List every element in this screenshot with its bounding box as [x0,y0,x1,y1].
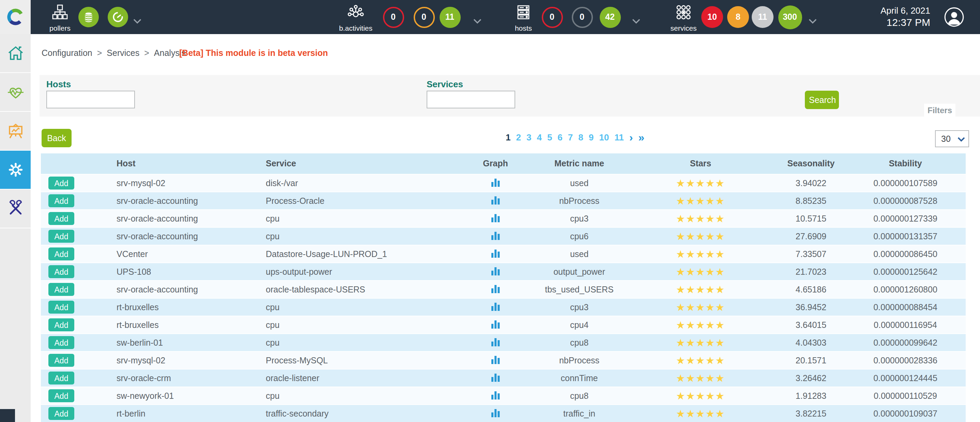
ba-label: b.activities [332,24,380,32]
pagination-page-6[interactable]: 6 [557,132,562,142]
services-label: services [663,24,704,32]
pagination-next-icon[interactable]: › [629,133,633,142]
services-grid-icon[interactable] [675,4,692,21]
pollers-icon[interactable] [52,4,68,21]
centreon-logo[interactable] [0,0,31,34]
table-row: Addrt-bruxellescpucpu4★★★★★3.640150.0000… [41,316,966,333]
add-button[interactable]: Add [48,336,74,349]
user-profile-icon[interactable] [944,7,964,30]
status-badge-services-fill-gray[interactable]: 11 [752,6,773,28]
graph-icon[interactable] [491,231,500,242]
star-icon: ★ [715,407,725,419]
star-icon: ★ [705,195,715,206]
star-icon: ★ [686,336,696,348]
stability-cell: 0.000000110529 [845,391,966,401]
pagination-last-icon[interactable]: » [638,133,644,142]
pagination-page-3[interactable]: 3 [527,132,531,142]
add-button[interactable]: Add [48,265,74,278]
status-badge-services-fill-red[interactable]: 10 [701,6,723,28]
add-button[interactable]: Add [48,407,74,420]
graph-icon[interactable] [491,195,500,206]
poller-chevron-down-icon[interactable] [133,14,142,27]
star-icon: ★ [696,354,706,366]
add-button[interactable]: Add [48,301,74,314]
status-badge-b.activities-fill-green[interactable]: 11 [439,6,460,28]
hosts-server-icon[interactable] [515,4,531,21]
graph-icon[interactable] [491,248,500,260]
pagination-page-1[interactable]: 1 [506,132,511,142]
status-badge-services-fill-green[interactable]: 300 [778,5,802,29]
breadcrumb-configuration[interactable]: Configuration [41,48,92,58]
star-icon: ★ [705,230,715,242]
sidebar-item-home[interactable] [0,34,31,73]
status-badge-hosts-fill-green[interactable]: 42 [600,6,620,28]
pagination-page-9[interactable]: 9 [589,132,593,142]
sidebar-item-administration[interactable] [0,190,31,228]
metric-cell: used [534,249,624,259]
status-badge-b.activities-outline-red[interactable]: 0 [383,6,404,28]
hosts-filter-input[interactable] [46,91,135,108]
seasonality-cell: 10.5715 [777,214,845,223]
star-icon: ★ [705,248,715,260]
star-icon: ★ [686,266,696,277]
star-icon: ★ [676,319,686,330]
pagination-page-5[interactable]: 5 [547,132,552,142]
graph-icon[interactable] [491,178,500,188]
pagination-page-4[interactable]: 4 [537,132,541,142]
graph-icon[interactable] [491,284,500,295]
star-icon: ★ [715,266,725,277]
sidebar-item-reporting[interactable] [0,112,31,151]
metric-cell: used [534,178,624,188]
database-icon[interactable] [78,7,99,27]
pagination-page-11[interactable]: 11 [614,132,624,142]
hosts-chevron-down-icon[interactable] [632,14,641,27]
add-button[interactable]: Add [48,283,74,296]
star-icon: ★ [696,319,706,330]
breadcrumb-services[interactable]: Services [107,48,139,58]
status-badge-b.activities-outline-orange[interactable]: 0 [413,6,434,28]
pagination-page-10[interactable]: 10 [599,132,609,142]
ba-hub-icon[interactable] [347,4,364,22]
star-rating: ★★★★★ [624,336,777,349]
status-badge-services-fill-orange[interactable]: 8 [727,6,749,28]
services-filter-input[interactable] [426,91,515,108]
status-badge-hosts-outline-red[interactable]: 0 [541,6,563,28]
star-icon: ★ [686,195,696,206]
graph-icon[interactable] [491,373,500,384]
pagination-page-8[interactable]: 8 [578,132,583,142]
search-button[interactable]: Search [805,91,839,109]
star-icon: ★ [715,336,725,348]
add-button[interactable]: Add [48,212,74,225]
status-badge-hosts-outline-gray[interactable]: 0 [571,6,593,28]
add-button[interactable]: Add [48,371,74,384]
graph-icon[interactable] [491,355,500,366]
add-button[interactable]: Add [48,389,74,402]
metric-cell: cpu6 [534,231,624,241]
sidebar-footer-block[interactable] [0,409,15,422]
ba-chevron-down-icon[interactable] [473,14,482,27]
add-button[interactable]: Add [48,194,74,207]
add-button[interactable]: Add [48,177,74,190]
seasonality-cell: 4.04303 [777,338,845,347]
services-chevron-down-icon[interactable] [808,14,817,27]
host-cell: srv-mysql-02 [102,355,245,365]
gauge-icon[interactable] [108,7,128,27]
add-button[interactable]: Add [48,318,74,331]
sidebar-item-configuration[interactable] [0,151,31,190]
graph-icon[interactable] [491,319,500,330]
add-button[interactable]: Add [48,247,74,260]
graph-icon[interactable] [491,266,500,277]
graph-icon[interactable] [491,302,500,312]
page-size-select[interactable]: 30 [936,131,969,147]
pagination-page-2[interactable]: 2 [516,132,521,142]
seasonality-cell: 27.6909 [777,231,845,241]
graph-icon[interactable] [491,337,500,348]
pagination-page-7[interactable]: 7 [568,132,573,142]
add-button[interactable]: Add [48,230,74,243]
add-button[interactable]: Add [48,354,74,367]
graph-icon[interactable] [491,213,500,224]
graph-icon[interactable] [491,408,500,419]
back-button[interactable]: Back [41,129,72,147]
sidebar-item-monitoring[interactable] [0,73,31,112]
graph-icon[interactable] [491,390,500,401]
